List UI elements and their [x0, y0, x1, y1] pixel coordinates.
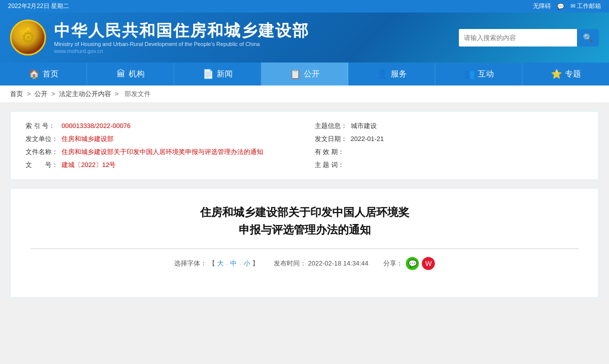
font-size-large[interactable]: 大: [217, 259, 224, 268]
logo-emblem: [10, 20, 46, 56]
interact-icon: 👥: [464, 68, 475, 80]
service-icon: 👤: [377, 68, 388, 80]
site-subtitle: Ministry of Housing and Urban-Rural Deve…: [54, 41, 309, 47]
info-row-date: 发文日期： 2022-01-21: [315, 134, 584, 144]
wechat-link[interactable]: 💬: [557, 3, 564, 10]
nav-item-open[interactable]: 📋 公开: [261, 62, 348, 86]
font-size-selector: 选择字体： 【 大 · 中 · 小 】: [174, 259, 259, 268]
info-col-right: 主题信息： 城市建设 发文日期： 2022-01-21 有 效 期： 主 题 词…: [315, 122, 584, 170]
main-content: 索 引 号： 000013338/2022-00076 发文单位： 住房和城乡建…: [0, 103, 609, 306]
wechat-icon: 💬: [557, 3, 564, 10]
breadcrumb-open[interactable]: 公开: [35, 90, 48, 98]
font-size-bracket-close: 】: [252, 259, 259, 268]
share-wechat-button[interactable]: 💬: [406, 257, 419, 270]
search-input[interactable]: [459, 30, 577, 46]
doc-meta: 选择字体： 【 大 · 中 · 小 】 发布时间： 2022-02-18 14:…: [31, 257, 578, 270]
info-col-left: 索 引 号： 000013338/2022-00076 发文单位： 住房和城乡建…: [26, 122, 295, 170]
doc-title-line2: 申报与评选管理办法的通知: [31, 221, 578, 238]
site-url: www.mohurd.gov.cn: [54, 48, 309, 54]
publish-time: 2022-02-18 14:34:44: [308, 260, 369, 267]
nav-label-interact: 互动: [478, 69, 494, 80]
label-docnum: 文 号：: [26, 160, 62, 170]
label-sender: 发文单位：: [26, 134, 62, 144]
search-button[interactable]: 🔍: [577, 29, 599, 46]
nav-label-service: 服务: [391, 69, 407, 80]
nav-label-topic: 专题: [565, 69, 581, 80]
font-size-label: 选择字体：: [174, 259, 207, 268]
info-row-filename: 文件名称： 住房和城乡建设部关于印发中国人居环境奖申报与评选管理办法的通知: [26, 148, 295, 156]
news-icon: 📄: [203, 68, 214, 80]
share-weibo-button[interactable]: W: [422, 257, 435, 270]
header-titles: 中华人民共和国住房和城乡建设部 Ministry of Housing and …: [54, 21, 309, 54]
value-docnum: 建城〔2022〕12号: [62, 160, 116, 170]
nav-item-service[interactable]: 👤 服务: [348, 62, 435, 86]
document-card: 住房和城乡建设部关于印发中国人居环境奖 申报与评选管理办法的通知 选择字体： 【…: [10, 188, 599, 298]
date-display: 2022年2月22日 星期二: [8, 2, 69, 10]
label-date: 发文日期：: [315, 134, 351, 144]
header-left: 中华人民共和国住房和城乡建设部 Ministry of Housing and …: [10, 20, 309, 56]
font-size-medium[interactable]: 中: [230, 259, 237, 268]
nav-label-news: 新闻: [217, 69, 233, 80]
font-sep-1: ·: [226, 260, 228, 268]
share-label: 分享：: [383, 259, 403, 268]
nav-label-institution: 机构: [129, 69, 145, 80]
breadcrumb-sep-2: >: [51, 90, 57, 98]
publish-time-section: 发布时间： 2022-02-18 14:34:44: [274, 259, 368, 268]
label-theme: 主题信息：: [315, 122, 351, 130]
institution-icon: 🏛: [117, 69, 126, 80]
label-validity: 有 效 期：: [315, 148, 351, 156]
font-size-bracket-open: 【: [209, 259, 215, 268]
breadcrumb-home[interactable]: 首页: [10, 90, 23, 98]
email-icon: ✉: [570, 2, 575, 10]
label-index: 索 引 号：: [26, 122, 62, 130]
breadcrumb-current: 部发文件: [125, 90, 151, 98]
value-sender: 住房和城乡建设部: [62, 134, 114, 144]
doc-title-line1: 住房和城乡建设部关于印发中国人居环境奖: [31, 204, 578, 221]
info-grid: 索 引 号： 000013338/2022-00076 发文单位： 住房和城乡建…: [26, 122, 583, 170]
site-title: 中华人民共和国住房和城乡建设部: [54, 21, 309, 40]
breadcrumb-sep-3: >: [115, 90, 120, 98]
main-nav: 🏠 首页 🏛 机构 📄 新闻 📋 公开 👤 服务 👥 互动 ⭐ 专题: [0, 62, 609, 86]
nav-item-news[interactable]: 📄 新闻: [174, 62, 261, 86]
home-icon: 🏠: [29, 68, 40, 80]
label-filename: 文件名称：: [26, 148, 62, 156]
info-row-docnum: 文 号： 建城〔2022〕12号: [26, 160, 295, 170]
top-bar: 2022年2月22日 星期二 无障碍 💬 ✉ 工作邮箱: [0, 0, 609, 12]
search-box: 🔍: [459, 29, 599, 46]
nav-item-institution[interactable]: 🏛 机构: [87, 62, 174, 86]
info-row-sender: 发文单位： 住房和城乡建设部: [26, 134, 295, 144]
topic-icon: ⭐: [551, 68, 562, 80]
breadcrumb: 首页 > 公开 > 法定主动公开内容 > 部发文件: [0, 86, 609, 103]
info-row-keywords: 主 题 词：: [315, 160, 584, 170]
doc-divider: [31, 248, 578, 249]
top-bar-right: 无障碍 💬 ✉ 工作邮箱: [533, 2, 601, 10]
nav-label-open: 公开: [304, 69, 320, 80]
nav-item-topic[interactable]: ⭐ 专题: [522, 62, 609, 86]
share-section: 分享： 💬 W: [383, 257, 435, 270]
info-row-theme: 主题信息： 城市建设: [315, 122, 584, 130]
accessibility-link[interactable]: 无障碍: [533, 2, 551, 10]
nav-item-interact[interactable]: 👥 互动: [435, 62, 522, 86]
font-sep-2: ·: [239, 260, 241, 268]
open-icon: 📋: [290, 68, 301, 80]
info-row-index: 索 引 号： 000013338/2022-00076: [26, 122, 295, 130]
publish-label: 发布时间：: [274, 260, 306, 267]
value-theme: 城市建设: [351, 122, 377, 130]
header: 中华人民共和国住房和城乡建设部 Ministry of Housing and …: [0, 12, 609, 62]
info-card: 索 引 号： 000013338/2022-00076 发文单位： 住房和城乡建…: [10, 111, 599, 180]
nav-item-home[interactable]: 🏠 首页: [0, 62, 87, 86]
email-link[interactable]: ✉ 工作邮箱: [570, 2, 601, 10]
value-index: 000013338/2022-00076: [62, 122, 131, 130]
info-row-validity: 有 效 期：: [315, 148, 584, 156]
font-size-small[interactable]: 小: [244, 259, 250, 268]
breadcrumb-sep-1: >: [27, 90, 33, 98]
value-filename: 住房和城乡建设部关于印发中国人居环境奖申报与评选管理办法的通知: [62, 148, 263, 156]
nav-label-home: 首页: [43, 69, 59, 80]
value-date: 2022-01-21: [351, 135, 384, 142]
document-title: 住房和城乡建设部关于印发中国人居环境奖 申报与评选管理办法的通知: [31, 204, 578, 238]
breadcrumb-statutory[interactable]: 法定主动公开内容: [59, 90, 111, 98]
label-keywords: 主 题 词：: [315, 160, 351, 170]
